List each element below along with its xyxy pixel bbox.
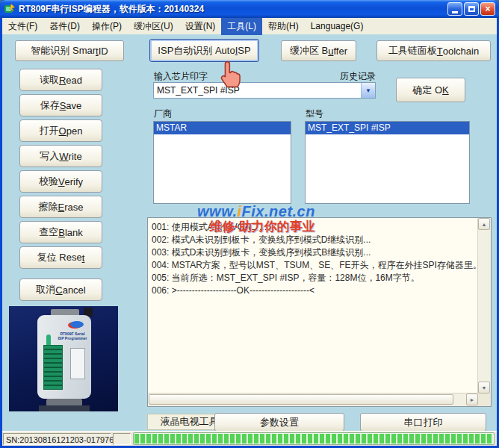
- maximize-button[interactable]: [464, 2, 479, 16]
- chip-diagram: [70, 348, 85, 379]
- blank-button[interactable]: 查空 Blank: [19, 221, 102, 243]
- menu-buffer[interactable]: 缓冲区(U): [128, 18, 179, 35]
- autoisp-button[interactable]: ISP自动识别 AutoISP: [149, 39, 259, 62]
- label-key: R: [59, 75, 66, 86]
- menu-device[interactable]: 器件(D): [43, 18, 86, 35]
- chevron-down-icon[interactable]: ▼: [361, 83, 375, 98]
- zif-socket: [43, 345, 63, 390]
- menu-language[interactable]: Language(G): [305, 19, 370, 34]
- label-pre: 查空: [39, 225, 58, 239]
- label-key: E: [58, 202, 65, 213]
- erase-button[interactable]: 擦除 Erase: [19, 196, 102, 218]
- window-title: RT809F串行ISP编程器，软件版本：20140324: [19, 3, 447, 16]
- connector-base: [39, 405, 90, 411]
- label-post: ancel: [63, 284, 86, 296]
- label-pre: 复位 Rese: [37, 251, 82, 264]
- menubar: 文件(F) 器件(D) 操作(P) 缓冲区(U) 设置(N) 工具(L) 帮助(…: [2, 18, 497, 34]
- serial-print-button[interactable]: 串口打印: [360, 413, 486, 432]
- statusbar-spacer: [113, 433, 131, 445]
- log-horizontal-scrollbar[interactable]: ►: [148, 393, 478, 406]
- buffer-button[interactable]: 缓冲区 Buffer: [281, 40, 356, 61]
- watermark-part: Fix.net.cn: [242, 203, 315, 220]
- cancel-button[interactable]: 取消 Cancel: [19, 279, 102, 301]
- read-button[interactable]: 读取 Read: [19, 69, 102, 91]
- watermark-slogan: 维修·助力你的事业: [173, 218, 352, 235]
- model-label: 型号: [306, 108, 323, 120]
- model-list-item[interactable]: MST_EXT_SPI #ISP: [306, 122, 469, 134]
- parameter-settings-button[interactable]: 参数设置: [214, 413, 344, 432]
- programmer-device: RT809F Serial ISP Programmer: [37, 315, 91, 399]
- chip-combobox-value: MST_EXT_SPI #ISP: [154, 85, 361, 96]
- device-logo: [70, 321, 84, 328]
- label-post: SP: [238, 45, 250, 56]
- close-icon: ×: [485, 4, 490, 13]
- label-pre: 缓冲区 B: [290, 44, 328, 57]
- label-post: erify: [65, 176, 84, 187]
- vendor-list-item[interactable]: MSTAR: [154, 122, 291, 134]
- scroll-down-icon[interactable]: ▼: [478, 382, 490, 393]
- window-controls: ×: [447, 2, 495, 16]
- label-post: ID: [99, 46, 108, 57]
- ok-button[interactable]: 确定 OK: [396, 78, 465, 102]
- vendor-label: 厂商: [154, 108, 172, 120]
- smartid-button[interactable]: 智能识别 SmartID: [15, 40, 124, 61]
- scroll-right-icon[interactable]: ►: [466, 393, 478, 405]
- menu-help[interactable]: 帮助(H): [262, 18, 305, 35]
- label-pre: 取消: [36, 283, 55, 296]
- log-output[interactable]: 001: 使用模式A扫描VGA口... 002: 模式A未识别到板卡，变换线序到…: [147, 217, 492, 407]
- model-listbox[interactable]: MST_EXT_SPI #ISP: [305, 121, 470, 204]
- scroll-up-icon[interactable]: ▲: [478, 218, 490, 230]
- label-key: S: [60, 100, 66, 111]
- label-pre: ISP自动识别 Auto: [158, 44, 235, 57]
- menu-file[interactable]: 文件(F): [2, 18, 43, 35]
- label-post: ffer: [333, 46, 347, 57]
- log-line: 005: 当前所选：MST_EXT_SPI #ISP，容量：128M位，16M字…: [152, 272, 476, 284]
- reset-button[interactable]: 复位 Reset: [19, 246, 102, 269]
- label-key: O: [59, 125, 66, 137]
- scrollbar-thumb[interactable]: [149, 394, 453, 405]
- menu-operation[interactable]: 操作(P): [86, 18, 128, 35]
- label-key: B: [58, 227, 65, 238]
- write-button[interactable]: 写入 Write: [19, 145, 102, 167]
- maximize-icon: [468, 6, 475, 12]
- client-area: 文件(F) 器件(D) 操作(P) 缓冲区(U) 设置(N) 工具(L) 帮助(…: [2, 18, 497, 446]
- watermark-part: www.: [197, 203, 237, 220]
- close-button[interactable]: ×: [480, 2, 495, 16]
- log-line: 006: >--------------------OK------------…: [152, 284, 476, 297]
- log-line: 003: 模式D未识别到板卡，变换线序到模式B继续识别...: [152, 246, 476, 259]
- label-pre: 工具链面板: [388, 44, 437, 57]
- label-key: t: [82, 252, 85, 264]
- label-post: rase: [64, 202, 83, 213]
- vendor-listbox[interactable]: MSTAR: [153, 121, 291, 204]
- statusbar: SN:20130816121203-017976: [2, 431, 497, 446]
- progress-segments: [134, 434, 493, 444]
- label-key: C: [55, 284, 62, 296]
- save-button[interactable]: 保存 Save: [19, 94, 102, 116]
- label-pre: 擦除: [39, 200, 58, 214]
- label-key: V: [58, 176, 65, 187]
- label-pre: 确定 O: [412, 84, 442, 97]
- label-post: oolchain: [443, 46, 479, 57]
- label-key: T: [437, 46, 443, 57]
- verify-button[interactable]: 校验 Verify: [19, 170, 102, 193]
- menu-tools[interactable]: 工具(L): [221, 18, 262, 35]
- log-vertical-scrollbar[interactable]: ▲ ▼: [477, 218, 491, 393]
- open-button[interactable]: 打开 Open: [19, 119, 102, 142]
- titlebar: RT809F串行ISP编程器，软件版本：20140324 ×: [0, 0, 499, 18]
- scrollbar-corner: [478, 393, 491, 406]
- progress-bar: [133, 432, 495, 445]
- menu-settings[interactable]: 设置(N): [179, 18, 222, 35]
- log-lines: 001: 使用模式A扫描VGA口... 002: 模式A未识别到板卡，变换线序到…: [148, 218, 477, 393]
- chip-input-label: 输入芯片印字: [154, 70, 208, 83]
- toolchain-button[interactable]: 工具链面板 Toolchain: [376, 40, 491, 61]
- label-pre: 打开: [40, 124, 59, 137]
- label-pre: 读取: [40, 73, 59, 87]
- label-pre: 校验: [39, 175, 58, 188]
- minimize-button[interactable]: [447, 2, 462, 16]
- log-line: 002: 模式A未识别到板卡，变换线序到模式D继续识别...: [152, 234, 476, 246]
- chip-combobox[interactable]: MST_EXT_SPI #ISP ▼: [153, 82, 376, 99]
- log-line: 004: MSTAR方案，型号以MST、TSUM、SE、FE开头，程序在外挂SP…: [152, 259, 476, 272]
- label-post: lank: [65, 227, 83, 238]
- label-pre: 智能识别 Smar: [31, 44, 96, 57]
- label-post: pen: [66, 125, 83, 137]
